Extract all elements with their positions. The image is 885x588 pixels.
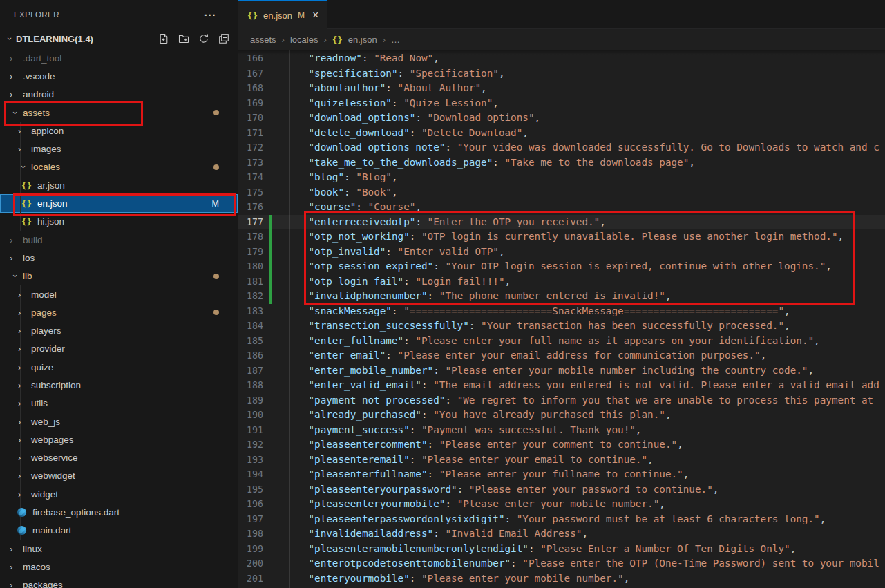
code-line-167[interactable]: 167 "specification": "Specification", — [238, 66, 885, 82]
line-number[interactable]: 191 — [238, 423, 263, 438]
tab-en-json[interactable]: {} en.json M × — [238, 0, 327, 29]
code-line-181[interactable]: 181 "otp_login_fail": "Login fail!!!", — [238, 274, 885, 290]
breadcrumb-ellipsis[interactable]: … — [391, 35, 400, 45]
new-file-icon[interactable] — [158, 33, 169, 44]
sidebar-item-pages[interactable]: ›pages — [0, 303, 238, 321]
code-line-185[interactable]: 185 "enter_fullname": "Please enter your… — [238, 334, 885, 349]
line-number[interactable]: 194 — [238, 467, 263, 482]
code-line-194[interactable]: 194 "pleasenterfullname": "Please enter … — [238, 467, 885, 482]
code-line-169[interactable]: 169 "quizelession": "Quize Lession", — [238, 96, 885, 111]
line-number[interactable]: 200 — [238, 556, 263, 571]
sidebar-item-utils[interactable]: ›utils — [0, 395, 238, 412]
sidebar-item-widget[interactable]: ›widget — [0, 485, 238, 503]
sidebar-item-ios[interactable]: ›ios — [0, 249, 238, 267]
sidebar-item-webwidget[interactable]: ›webwidget — [0, 467, 238, 485]
line-number[interactable]: 188 — [238, 378, 263, 393]
code-line-199[interactable]: 199 "pleasenteramobilenumberonlytendigit… — [238, 542, 885, 557]
line-number[interactable]: 169 — [238, 96, 263, 111]
line-number[interactable]: 173 — [238, 155, 263, 171]
sidebar-item-model[interactable]: ›model — [0, 285, 238, 303]
line-number[interactable]: 187 — [238, 363, 263, 379]
sidebar-item-packages[interactable]: ›packages — [0, 576, 238, 588]
code-line-188[interactable]: 188 "enter_valid_email": "The email addr… — [238, 378, 885, 393]
line-number[interactable]: 176 — [238, 200, 263, 215]
sidebar-item--vscode[interactable]: ›.vscode — [0, 67, 238, 85]
sidebar-item-lib[interactable]: ›lib — [0, 267, 238, 285]
code-line-177[interactable]: 177 "enterreceivedotp": "Enter the OTP y… — [238, 215, 885, 230]
code-line-186[interactable]: 186 "enter_email": "Please enter your em… — [238, 348, 885, 363]
line-number[interactable]: 182 — [238, 289, 263, 304]
line-number[interactable]: 196 — [238, 497, 263, 512]
code-line-183[interactable]: 183 "snackMessage": "===================… — [238, 304, 885, 319]
line-number[interactable]: 198 — [238, 527, 263, 542]
sidebar-item-hi-json[interactable]: {}hi.json — [0, 213, 238, 231]
line-number[interactable]: 185 — [238, 334, 263, 349]
line-number[interactable]: 172 — [238, 140, 263, 155]
line-number[interactable]: 174 — [238, 170, 263, 185]
more-actions-icon[interactable]: ⋯ — [204, 9, 216, 21]
project-section-header[interactable]: › DTLEARNING(1.4) — [0, 29, 238, 48]
line-number[interactable]: 181 — [238, 274, 263, 290]
sidebar-item-build[interactable]: ›build — [0, 231, 238, 249]
code-line-173[interactable]: 173 "take_me_to_the_downloads_page": "Ta… — [238, 155, 885, 171]
breadcrumb-locales[interactable]: locales — [290, 35, 318, 45]
line-number[interactable]: 180 — [238, 259, 263, 274]
sidebar-item-firebase-options-dart[interactable]: firebase_options.dart — [0, 503, 238, 521]
sidebar-item-quize[interactable]: ›quize — [0, 358, 238, 376]
sidebar-item-assets[interactable]: ›assets — [0, 104, 238, 122]
line-number[interactable]: 178 — [238, 229, 263, 245]
close-icon[interactable]: × — [312, 10, 318, 21]
line-number[interactable]: 199 — [238, 542, 263, 557]
sidebar-item-webservice[interactable]: ›webservice — [0, 449, 238, 467]
code-line-190[interactable]: 190 "already_purchased": "You have alrea… — [238, 408, 885, 423]
sidebar-item-ar-json[interactable]: {}ar.json — [0, 176, 238, 194]
code-line-172[interactable]: 172 "download_options_note": "Your video… — [238, 140, 885, 155]
refresh-icon[interactable] — [198, 33, 209, 44]
code-line-179[interactable]: 179 "otp_invalid": "Enter valid OTP", — [238, 245, 885, 260]
code-line-198[interactable]: 198 "invalidemailaddress": "Invalid Emai… — [238, 527, 885, 542]
line-number[interactable]: 170 — [238, 111, 263, 126]
code-line-178[interactable]: 178 "otp_not_working": "OTP login is cur… — [238, 229, 885, 245]
sidebar-item-locales[interactable]: ›locales — [0, 158, 238, 176]
sidebar-item-en-json[interactable]: {}en.jsonM — [0, 194, 238, 212]
sidebar-item-appicon[interactable]: ›appicon — [0, 122, 238, 140]
line-number[interactable]: 166 — [238, 51, 263, 66]
sidebar-item-android[interactable]: ›android — [0, 86, 238, 104]
line-number[interactable]: 184 — [238, 319, 263, 334]
code-line-191[interactable]: 191 "payment_success": "Payment was succ… — [238, 423, 885, 438]
collapse-all-icon[interactable] — [218, 33, 229, 44]
code-line-192[interactable]: 192 "pleaseentercomment": "Please enter … — [238, 437, 885, 453]
code-line-187[interactable]: 187 "enter_mobile_number": "Please enter… — [238, 363, 885, 379]
line-number[interactable]: 197 — [238, 512, 263, 527]
line-number[interactable]: 171 — [238, 126, 263, 141]
line-number[interactable]: 186 — [238, 348, 263, 363]
line-number[interactable]: 177 — [238, 215, 263, 230]
line-number[interactable]: 192 — [238, 437, 263, 453]
sidebar-item-linux[interactable]: ›linux — [0, 540, 238, 558]
line-number[interactable]: 183 — [238, 304, 263, 319]
code-line-197[interactable]: 197 "pleaseenterpasswordonlysixdigit": "… — [238, 512, 885, 527]
line-number[interactable]: 167 — [238, 66, 263, 82]
new-folder-icon[interactable] — [178, 33, 189, 44]
code-line-200[interactable]: 200 "enterotpcodetosenttomobilenumber": … — [238, 556, 885, 571]
code-line-193[interactable]: 193 "pleasenteremail": "Please enter you… — [238, 453, 885, 468]
code-line-171[interactable]: 171 "delete_download": "Delete Download"… — [238, 126, 885, 141]
sidebar-item-images[interactable]: ›images — [0, 140, 238, 158]
sidebar-item-subscription[interactable]: ›subscription — [0, 376, 238, 394]
sidebar-item-macos[interactable]: ›macos — [0, 558, 238, 576]
code-line-168[interactable]: 168 "aboutauthor": "About Author", — [238, 81, 885, 96]
code-line-196[interactable]: 196 "pleaseenteryourmobile": "Please ent… — [238, 497, 885, 512]
sidebar-item-web-js[interactable]: ›web_js — [0, 412, 238, 430]
line-number[interactable]: 195 — [238, 482, 263, 497]
code-line-166[interactable]: 166 "readnow": "Read Now", — [238, 51, 885, 66]
sidebar-item-main-dart[interactable]: main.dart — [0, 522, 238, 540]
code-line-170[interactable]: 170 "download_options": "Download option… — [238, 111, 885, 126]
line-number[interactable]: 175 — [238, 185, 263, 200]
code-line-174[interactable]: 174 "blog": "Blog", — [238, 170, 885, 185]
code-editor[interactable]: 166 "readnow": "Read Now",167 "specifica… — [238, 50, 885, 588]
code-line-180[interactable]: 180 "otp_session_expired": "Your OTP log… — [238, 259, 885, 274]
line-number[interactable]: 193 — [238, 453, 263, 468]
sidebar-item-players[interactable]: ›players — [0, 321, 238, 339]
line-number[interactable]: 190 — [238, 408, 263, 423]
code-line-184[interactable]: 184 "transection_succsessfully": "Your t… — [238, 319, 885, 334]
